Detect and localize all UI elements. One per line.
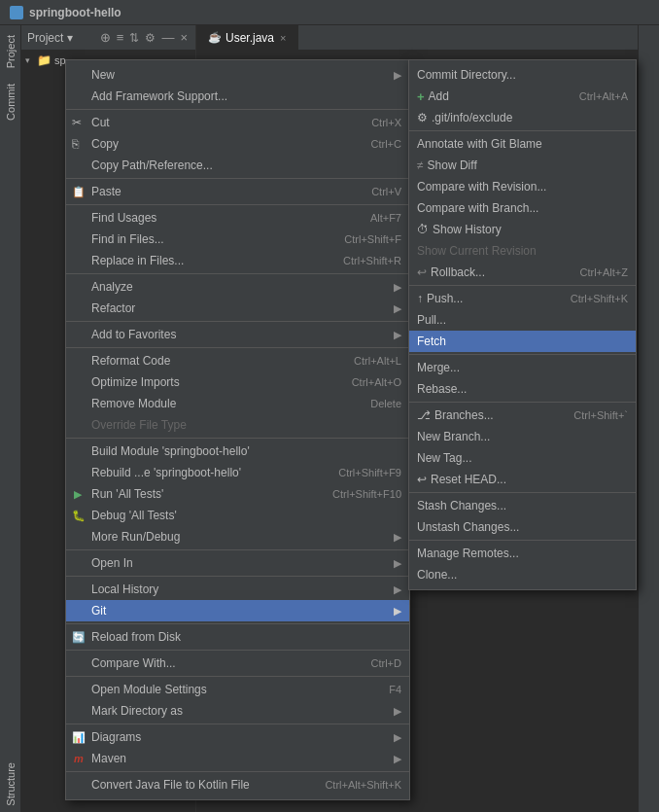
- toolbar-icon-close[interactable]: ×: [178, 30, 190, 45]
- sidebar-tab-project[interactable]: Project: [2, 29, 19, 74]
- git-new-tag[interactable]: New Tag...: [409, 447, 636, 469]
- java-file-icon: ☕: [208, 31, 222, 44]
- run-icon: ▶: [74, 488, 82, 501]
- editor-tab-bar: ☕ User.java ×: [196, 25, 638, 51]
- project-label: Project ▾: [27, 31, 96, 45]
- git-clone[interactable]: Clone...: [409, 564, 636, 585]
- copy-shortcut: Ctrl+C: [352, 138, 401, 150]
- paste-shortcut: Ctrl+V: [352, 186, 401, 197]
- menu-item-rebuild-module[interactable]: Rebuild ...e 'springboot-hello' Ctrl+Shi…: [66, 462, 409, 483]
- menu-item-find-usages[interactable]: Find Usages Alt+F7: [66, 207, 409, 229]
- menu-item-paste[interactable]: 📋 Paste Ctrl+V: [66, 181, 409, 202]
- git-unstash[interactable]: Unstash Changes...: [409, 516, 636, 538]
- tab-close-icon[interactable]: ×: [280, 32, 286, 44]
- menu-item-refactor[interactable]: Refactor ▶: [66, 298, 409, 319]
- menu-item-copy-path[interactable]: Copy Path/Reference...: [66, 155, 409, 176]
- menu-item-reformat[interactable]: Reformat Code Ctrl+Alt+L: [66, 350, 409, 371]
- title-bar: springboot-hello: [0, 0, 659, 25]
- branches-icon: ⎇: [417, 408, 431, 422]
- ide-wrapper: springboot-hello Project Commit Structur…: [0, 0, 659, 812]
- menu-item-analyze[interactable]: Analyze ▶: [66, 276, 409, 298]
- add-icon: +: [417, 89, 425, 104]
- cut-icon: ✂: [72, 116, 82, 129]
- git-new-branch[interactable]: New Branch...: [409, 426, 636, 447]
- reset-icon: ↩: [417, 473, 427, 486]
- git-exclude[interactable]: ⚙ .git/info/exclude: [409, 107, 636, 128]
- menu-item-add-framework[interactable]: Add Framework Support...: [66, 86, 409, 107]
- arrow-maven: ▶: [394, 753, 401, 765]
- menu-item-build-module[interactable]: Build Module 'springboot-hello': [66, 441, 409, 462]
- arrow-refactor: ▶: [394, 302, 401, 315]
- git-fetch[interactable]: Fetch: [409, 331, 636, 352]
- arrow-new: ▶: [394, 69, 401, 82]
- git-commit-dir[interactable]: Commit Directory...: [409, 64, 636, 86]
- menu-item-find-files[interactable]: Find in Files... Ctrl+Shift+F: [66, 229, 409, 250]
- toolbar-icon-2[interactable]: ≡: [115, 30, 126, 45]
- git-compare-branch[interactable]: Compare with Branch...: [409, 197, 636, 219]
- toolbar-icon-4[interactable]: ⚙: [143, 31, 157, 45]
- cut-shortcut: Ctrl+X: [352, 117, 401, 128]
- menu-item-debug-tests[interactable]: 🐛 Debug 'All Tests': [66, 505, 409, 526]
- menu-item-git[interactable]: Git ▶: [66, 600, 409, 621]
- menu-item-override-filetype: Override File Type: [66, 414, 409, 436]
- git-show-history[interactable]: ⏱ Show History: [409, 219, 636, 240]
- git-stash[interactable]: Stash Changes...: [409, 495, 636, 516]
- git-submenu: Commit Directory... + Add Ctrl+Alt+A ⚙ .…: [408, 59, 637, 590]
- menu-item-open-module[interactable]: Open Module Settings F4: [66, 679, 409, 700]
- git-compare-revision[interactable]: Compare with Revision...: [409, 176, 636, 197]
- reload-icon: 🔄: [72, 631, 86, 644]
- git-reset-head[interactable]: ↩ Reset HEAD...: [409, 469, 636, 490]
- menu-item-copy[interactable]: ⎘ Copy Ctrl+C: [66, 133, 409, 155]
- exclude-icon: ⚙: [417, 111, 428, 124]
- menu-item-mark-dir[interactable]: Mark Directory as ▶: [66, 700, 409, 722]
- git-rebase[interactable]: Rebase...: [409, 378, 636, 400]
- git-manage-remotes[interactable]: Manage Remotes...: [409, 543, 636, 564]
- menu-item-add-favorites[interactable]: Add to Favorites ▶: [66, 324, 409, 345]
- git-rollback[interactable]: ↩ Rollback... Ctrl+Alt+Z: [409, 262, 636, 283]
- menu-item-new[interactable]: New ▶: [66, 64, 409, 86]
- diagrams-icon: 📊: [72, 731, 86, 744]
- git-add[interactable]: + Add Ctrl+Alt+A: [409, 86, 636, 107]
- toolbar-icon-1[interactable]: ⊕: [98, 30, 113, 45]
- toolbar-icon-5[interactable]: —: [159, 30, 176, 45]
- menu-item-local-history[interactable]: Local History ▶: [66, 579, 409, 600]
- menu-item-open-in[interactable]: Open In ▶: [66, 552, 409, 574]
- arrow-analyze: ▶: [394, 281, 401, 294]
- git-merge[interactable]: Merge...: [409, 357, 636, 378]
- menu-item-compare-with[interactable]: Compare With... Ctrl+D: [66, 653, 409, 674]
- context-menu: New ▶ Add Framework Support... ✂ Cut Ctr…: [65, 59, 410, 800]
- menu-item-more-run[interactable]: More Run/Debug ▶: [66, 526, 409, 547]
- project-toolbar: Project ▾ ⊕ ≡ ⇅ ⚙ — ×: [21, 25, 195, 51]
- rollback-icon: ↩: [417, 265, 427, 279]
- menu-item-convert-java[interactable]: Convert Java File to Kotlin File Ctrl+Al…: [66, 774, 409, 795]
- menu-item-replace-files[interactable]: Replace in Files... Ctrl+Shift+R: [66, 250, 409, 271]
- menu-item-reload-disk[interactable]: 🔄 Reload from Disk: [66, 626, 409, 648]
- menu-item-optimize[interactable]: Optimize Imports Ctrl+Alt+O: [66, 371, 409, 393]
- arrow-open-in: ▶: [394, 557, 401, 570]
- sidebar-tab-structure[interactable]: Structure: [2, 757, 19, 812]
- arrow-git: ▶: [394, 605, 401, 618]
- arrow-local-history: ▶: [394, 583, 401, 596]
- copy-icon: ⎘: [72, 137, 79, 151]
- diff-icon: ≠: [417, 159, 424, 172]
- toolbar-icon-3[interactable]: ⇅: [127, 31, 141, 45]
- tab-user-java[interactable]: ☕ User.java ×: [196, 25, 298, 50]
- folder-icon-springboot: 📁: [37, 53, 52, 67]
- git-pull[interactable]: Pull...: [409, 309, 636, 331]
- push-icon: ↑: [417, 292, 423, 305]
- left-sidebar-tabs: Project Commit Structure: [0, 25, 21, 812]
- menu-item-run-tests[interactable]: ▶ Run 'All Tests' Ctrl+Shift+F10: [66, 483, 409, 505]
- git-branches[interactable]: ⎇ Branches... Ctrl+Shift+`: [409, 405, 636, 426]
- menu-item-cut[interactable]: ✂ Cut Ctrl+X: [66, 112, 409, 133]
- sidebar-tab-commit[interactable]: Commit: [2, 78, 19, 126]
- arrow-mark-dir: ▶: [394, 705, 401, 718]
- git-annotate[interactable]: Annotate with Git Blame: [409, 133, 636, 155]
- expand-icon: ▾: [25, 55, 37, 65]
- new-label: New: [91, 68, 394, 82]
- menu-item-maven[interactable]: m Maven ▶: [66, 748, 409, 769]
- menu-item-remove-module[interactable]: Remove Module Delete: [66, 393, 409, 414]
- git-push[interactable]: ↑ Push... Ctrl+Shift+K: [409, 288, 636, 309]
- history-icon: ⏱: [417, 223, 429, 236]
- menu-item-diagrams[interactable]: 📊 Diagrams ▶: [66, 726, 409, 748]
- git-show-diff[interactable]: ≠ Show Diff: [409, 155, 636, 176]
